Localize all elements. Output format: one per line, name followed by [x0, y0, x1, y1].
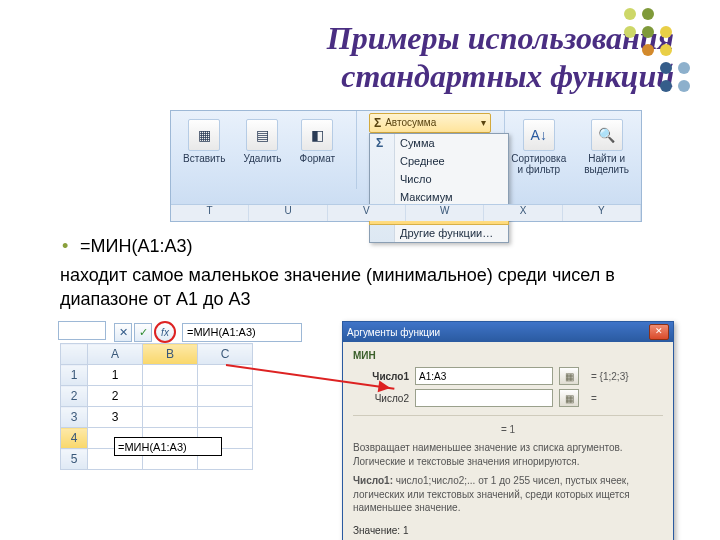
- menu-item-sum[interactable]: ΣСумма: [370, 134, 508, 152]
- slide: Примеры использованиястандартных функций…: [0, 0, 720, 540]
- dialog-titlebar: Аргументы функции ✕: [343, 322, 673, 342]
- worksheet-screenshot: ✕ ✓ fx =МИН(A1:A3) ABC 11 22 33 4 5 =МИН…: [60, 343, 253, 540]
- insert-cells-icon[interactable]: ▦: [188, 119, 220, 151]
- autosum-button[interactable]: ΣАвтосумма▾: [369, 113, 491, 133]
- decorative-dots: [624, 8, 710, 94]
- column-headers: TUVWXY: [171, 204, 641, 221]
- autosum-dropdown: ΣСумма Среднее Число Максимум Минимум Др…: [369, 133, 509, 243]
- fx-button[interactable]: fx: [154, 321, 176, 343]
- arg2-label: Число2: [353, 393, 409, 404]
- enter-formula-button[interactable]: ✓: [134, 323, 152, 342]
- sort-label: Сортировка и фильтр: [511, 153, 566, 175]
- function-arguments-dialog: Аргументы функции ✕ МИН Число1 A1:A3 ▦ =…: [342, 321, 674, 540]
- delete-cells-icon[interactable]: ▤: [246, 119, 278, 151]
- function-name: МИН: [353, 350, 663, 361]
- format-label: Формат: [300, 153, 336, 164]
- dialog-arg-desc: Число1: число1;число2;... от 1 до 255 чи…: [353, 474, 663, 515]
- menu-item-avg[interactable]: Среднее: [370, 152, 508, 170]
- preview-result: = 1: [353, 424, 663, 435]
- format-cells-icon[interactable]: ◧: [301, 119, 333, 151]
- name-box[interactable]: [58, 321, 106, 340]
- arg2-input[interactable]: [415, 389, 553, 407]
- bullet-list: =МИН(А1:А3): [60, 236, 674, 257]
- delete-label: Удалить: [243, 153, 281, 164]
- bullet-formula: =МИН(А1:А3): [80, 236, 674, 257]
- close-button[interactable]: ✕: [649, 324, 669, 340]
- sort-filter-icon[interactable]: A↓: [523, 119, 555, 151]
- arg1-hint: = {1;2;3}: [591, 371, 629, 382]
- cancel-formula-button[interactable]: ✕: [114, 323, 132, 342]
- dialog-result: Значение: 1: [353, 525, 663, 536]
- arg1-ref-button[interactable]: ▦: [559, 367, 579, 385]
- arg1-input[interactable]: A1:A3: [415, 367, 553, 385]
- arg2-ref-button[interactable]: ▦: [559, 389, 579, 407]
- arg2-hint: =: [591, 393, 597, 404]
- dialog-description: Возвращает наименьшее значение из списка…: [353, 441, 663, 468]
- formula-bar-text[interactable]: =МИН(A1:A3): [182, 323, 302, 342]
- find-label: Найти и выделить: [584, 153, 629, 175]
- cell-a1[interactable]: 1: [88, 365, 143, 386]
- insert-label: Вставить: [183, 153, 225, 164]
- menu-item-count[interactable]: Число: [370, 170, 508, 188]
- body-paragraph: находит самое маленькое значение (минима…: [60, 263, 674, 312]
- in-cell-formula[interactable]: =МИН(A1:A3): [114, 437, 222, 456]
- page-title: Примеры использованиястандартных функций: [60, 20, 674, 96]
- cell-a2[interactable]: 2: [88, 386, 143, 407]
- formula-bar: ✕ ✓ fx =МИН(A1:A3): [114, 321, 302, 343]
- dialog-title: Аргументы функции: [347, 327, 440, 338]
- cell-a3[interactable]: 3: [88, 407, 143, 428]
- ribbon-screenshot: ▦Вставить ▤Удалить ◧Формат A↓Сортировка …: [170, 110, 642, 222]
- find-select-icon[interactable]: 🔍: [591, 119, 623, 151]
